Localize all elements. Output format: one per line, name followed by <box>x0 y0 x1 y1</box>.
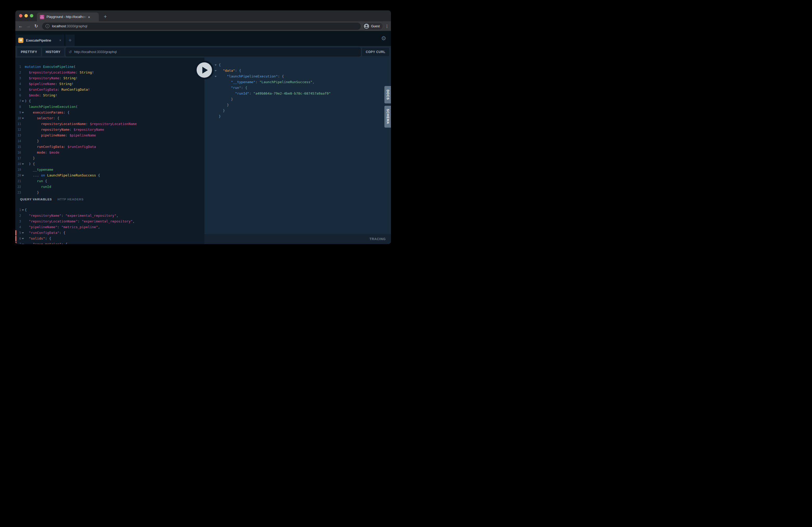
fold-arrow-icon[interactable] <box>21 244 25 244</box>
code-line[interactable]: 3 $repositoryName: String! <box>15 75 204 81</box>
code-line[interactable]: 17 } <box>15 155 204 161</box>
query-pane: 1mutation ExecutePipeline(2 $repositoryL… <box>15 58 204 244</box>
address-bar[interactable]: i localhost:3333/graphql <box>42 22 361 30</box>
browser-tab[interactable]: Playground - http://localhost:3 × <box>37 13 99 21</box>
fold-arrow-icon[interactable] <box>21 164 25 165</box>
code-line[interactable]: 6 "solids": { <box>15 236 204 241</box>
fold-arrow-icon[interactable] <box>21 175 25 176</box>
line-number: 4 <box>15 81 21 87</box>
maximize-window-button[interactable] <box>30 14 33 17</box>
tracing-bar[interactable]: TRACING <box>204 234 391 244</box>
code-line[interactable]: 8 launchPipelineExecution( <box>15 104 204 110</box>
code-line[interactable]: 22 runId <box>15 184 204 190</box>
back-icon[interactable]: ← <box>17 24 25 29</box>
code-line[interactable]: 7 "save_metrics": { <box>15 241 204 244</box>
copy-curl-button[interactable]: COPY CURL <box>362 48 389 56</box>
code-line[interactable]: 16 mode: $mode <box>15 150 204 155</box>
reset-endpoint-icon[interactable]: ↺ <box>69 50 72 54</box>
code-line[interactable]: 1{ <box>15 207 204 213</box>
fold-arrow-icon[interactable] <box>214 76 217 77</box>
browser-menu-icon[interactable]: ⋮ <box>383 24 391 29</box>
code-text: ) { <box>25 161 35 167</box>
code-text: launchPipelineExecution( <box>25 104 78 110</box>
fold-arrow-icon[interactable] <box>214 70 217 72</box>
reload-icon[interactable]: ↻ <box>32 24 40 29</box>
code-text: "runConfigData": { <box>25 230 66 236</box>
line-number: 7 <box>15 98 21 104</box>
code-line[interactable]: 7) { <box>15 98 204 104</box>
execute-query-button[interactable] <box>195 61 214 79</box>
fold-arrow-icon[interactable] <box>21 238 25 239</box>
code-line[interactable]: 10 selector: { <box>15 115 204 121</box>
session-tab-title: ExecutePipeline <box>26 39 59 42</box>
fold-arrow-icon[interactable] <box>21 209 25 211</box>
browser-new-tab-button[interactable]: + <box>102 13 109 20</box>
code-text: selector: { <box>25 115 59 121</box>
code-line[interactable]: 14 } <box>15 138 204 144</box>
play-icon <box>202 67 208 74</box>
code-line[interactable]: 5 "runConfigData": { <box>15 230 204 236</box>
docs-side-tab[interactable]: DOCS <box>385 86 391 103</box>
endpoint-input[interactable]: ↺ http://localhost:3333/graphql <box>66 48 361 56</box>
schema-side-tab[interactable]: SCHEMA <box>385 106 391 127</box>
line-number: 2 <box>15 70 21 75</box>
browser-tab-close-icon[interactable]: × <box>88 15 90 19</box>
line-number: 14 <box>15 138 21 144</box>
code-text: run { <box>25 178 47 184</box>
query-editor[interactable]: 1mutation ExecutePipeline(2 $repositoryL… <box>15 58 204 195</box>
code-line: "launchPipelineExecution": { <box>204 74 391 79</box>
forward-icon[interactable]: → <box>25 24 32 29</box>
code-line[interactable]: 9 executionParams: { <box>15 110 204 115</box>
code-line[interactable]: 15 runConfigData: $runConfigData <box>15 144 204 150</box>
code-line[interactable]: 2 "repositoryName": "experimental_reposi… <box>15 213 204 219</box>
close-window-button[interactable] <box>19 14 23 17</box>
fold-arrow-icon[interactable] <box>21 232 25 234</box>
session-tab-close-icon[interactable]: × <box>59 38 61 42</box>
code-line[interactable]: 4 "pipelineName": "metrics_pipeline", <box>15 224 204 230</box>
code-line[interactable]: 4 $pipelineName: String! <box>15 81 204 87</box>
lint-marker <box>15 236 16 241</box>
code-line[interactable]: 2 $repositoryLocationName: String! <box>15 70 204 75</box>
code-line[interactable]: 18 ) { <box>15 161 204 167</box>
site-info-icon[interactable]: i <box>45 24 49 28</box>
fold-arrow-icon[interactable] <box>214 64 217 66</box>
code-text: "data": { <box>219 68 241 74</box>
code-line[interactable]: 19 __typename <box>15 167 204 172</box>
code-line[interactable]: 12 repositoryName: $repositoryName <box>15 127 204 133</box>
session-tab-executepipeline[interactable]: M ExecutePipeline × <box>16 34 64 46</box>
code-text: "save_metrics": { <box>25 241 67 244</box>
new-session-button[interactable]: + <box>66 34 75 46</box>
variables-editor[interactable]: 1{2 "repositoryName": "experimental_repo… <box>15 203 204 244</box>
code-text: ) { <box>25 98 31 104</box>
code-line[interactable]: 21 run { <box>15 178 204 184</box>
window-controls <box>19 14 33 17</box>
line-number: 17 <box>15 155 21 161</box>
fold-arrow-icon[interactable] <box>21 101 25 102</box>
code-text: executionParams: { <box>25 110 70 115</box>
tab-http-headers[interactable]: HTTP HEADERS <box>58 198 84 201</box>
fold-arrow-icon[interactable] <box>21 118 25 119</box>
code-text: } <box>25 138 39 144</box>
line-number: 1 <box>15 207 21 213</box>
settings-gear-icon[interactable]: ⚙ <box>380 34 388 42</box>
variables-tab-bar: QUERY VARIABLES HTTP HEADERS <box>15 195 204 203</box>
code-line[interactable]: 5 $runConfigData: RunConfigData! <box>15 87 204 92</box>
profile-button[interactable]: Guest <box>362 22 383 30</box>
fold-arrow-icon[interactable] <box>21 112 25 113</box>
history-button[interactable]: HISTORY <box>42 48 64 56</box>
code-text: pipelineName: $pipelineName <box>25 133 96 138</box>
code-line[interactable]: 23 } <box>15 190 204 195</box>
code-line[interactable]: 20 ... on LaunchPipelineRunSuccess { <box>15 172 204 178</box>
prettify-button[interactable]: PRETTIFY <box>17 48 41 56</box>
line-number: 3 <box>15 219 21 224</box>
minimize-window-button[interactable] <box>25 14 28 17</box>
line-number: 22 <box>15 184 21 190</box>
line-number: 8 <box>15 104 21 110</box>
code-line[interactable]: 3 "repositoryLocationName": "experimenta… <box>15 219 204 224</box>
tab-query-variables[interactable]: QUERY VARIABLES <box>20 198 52 201</box>
code-line[interactable]: 6 $mode: String! <box>15 92 204 98</box>
code-line[interactable]: 1mutation ExecutePipeline( <box>15 64 204 70</box>
code-line[interactable]: 11 repositoryLocationName: $repositoryLo… <box>15 121 204 127</box>
code-line[interactable]: 13 pipelineName: $pipelineName <box>15 133 204 138</box>
graphql-playground-favicon <box>40 15 44 19</box>
